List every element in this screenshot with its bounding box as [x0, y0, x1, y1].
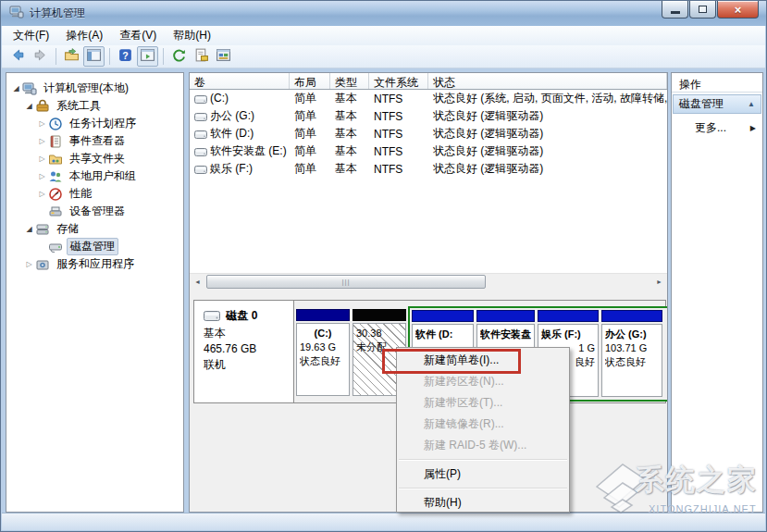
actions-panel: 操作 磁盘管理 ▲ 更多... ▶: [671, 72, 763, 513]
close-button[interactable]: ×: [717, 1, 759, 19]
actions-title: 操作: [672, 73, 762, 93]
volume-row[interactable]: 娱乐 (F:)简单基本NTFS状态良好 (逻辑驱动器): [190, 160, 667, 178]
maximize-icon: [699, 6, 707, 13]
tree-item-磁盘管理[interactable]: 磁盘管理: [6, 238, 183, 255]
volume-row[interactable]: 软件 (D:)简单基本NTFS状态良好 (逻辑驱动器): [190, 125, 667, 142]
volume-list-header: 卷布局类型文件系统状态: [190, 73, 667, 90]
performance-icon: [48, 187, 63, 202]
volume-row[interactable]: 软件安装盘 (E:)简单基本NTFS状态良好 (逻辑驱动器): [190, 142, 667, 160]
menubar-item[interactable]: 查看(V): [111, 25, 165, 46]
volume-layout-cell: 简单: [290, 161, 330, 177]
toolbar-button-help[interactable]: ?: [115, 46, 136, 67]
volume-column-header[interactable]: 状态: [428, 73, 667, 89]
collapsed-arrow-icon[interactable]: ▷: [36, 190, 48, 198]
tree-item-系统工具[interactable]: ◢系统工具: [6, 97, 183, 115]
expanded-arrow-icon[interactable]: ◢: [23, 102, 35, 110]
volume-list: (C:)简单基本NTFS状态良好 (系统, 启动, 页面文件, 活动, 故障转储…: [190, 90, 667, 178]
computer-management-window: 计算机管理 × 文件(F)操作(A)查看(V)帮助(H) ? ◢计算机管理(本地…: [0, 0, 767, 532]
toolbar-button-properties[interactable]: [191, 46, 212, 67]
expanded-arrow-icon[interactable]: ◢: [23, 225, 35, 233]
menu-item-属性(P)[interactable]: 属性(P): [397, 464, 569, 485]
volume-type-cell: 基本: [330, 126, 369, 142]
partition-status: 状态良好: [300, 354, 346, 368]
tree-item-服务和应用程序[interactable]: ▷服务和应用程序: [6, 255, 183, 273]
partition-block-(C:)[interactable]: (C:)19.63 G状态良好: [296, 309, 350, 398]
maximize-button[interactable]: [689, 1, 716, 19]
storage-icon: [35, 222, 50, 237]
local-users-icon: [48, 169, 63, 184]
tree-item-性能[interactable]: ▷性能: [6, 185, 183, 203]
tree-item-计算机管理(本地)[interactable]: ◢计算机管理(本地): [6, 80, 183, 97]
minimize-button[interactable]: [662, 1, 688, 19]
partition-block-body[interactable]: (C:)19.63 G状态良好: [296, 323, 350, 396]
tree-item-事件查看器[interactable]: ▷事件查看器: [6, 132, 183, 150]
tree-item-label: 事件查看器: [67, 133, 128, 149]
menubar-item[interactable]: 帮助(H): [165, 25, 219, 46]
partition-color-bar: [476, 310, 535, 322]
partition-size: 30.38: [356, 327, 402, 340]
volume-fs-cell: NTFS: [369, 110, 428, 123]
collapsed-arrow-icon[interactable]: ▷: [36, 155, 48, 163]
toolbar-button-export-folder[interactable]: [61, 46, 82, 67]
tree-item-共享文件夹[interactable]: ▷共享文件夹: [6, 150, 183, 167]
properties-icon: [193, 47, 209, 66]
partition-block-办公 (G:)[interactable]: 办公 (G:)103.71 G状态良好: [601, 310, 662, 399]
tree-item-任务计划程序[interactable]: ▷任务计划程序: [6, 115, 183, 132]
menubar-item[interactable]: 文件(F): [5, 25, 57, 46]
minimize-icon: [671, 11, 680, 14]
collapsed-arrow-icon[interactable]: ▷: [36, 137, 48, 145]
menu-item-帮助(H)[interactable]: 帮助(H): [397, 492, 569, 513]
partition-label: 办公 (G:): [605, 328, 659, 341]
menubar-item[interactable]: 操作(A): [57, 25, 111, 46]
volume-name-cell: 软件安装盘 (E:): [190, 143, 290, 159]
scroll-left-button[interactable]: ◄: [190, 274, 205, 290]
volume-column-header[interactable]: 卷: [190, 73, 290, 89]
toolbar-button-action-pane[interactable]: [137, 46, 158, 67]
computer-icon: [22, 81, 37, 96]
toolbar-button-disk-actions[interactable]: [213, 46, 234, 67]
services-icon: [35, 257, 50, 272]
toolbar-separator: [56, 48, 56, 65]
window-title: 计算机管理: [30, 6, 85, 21]
volume-row[interactable]: 办公 (G:)简单基本NTFS状态良好 (逻辑驱动器): [190, 107, 667, 125]
volume-column-header[interactable]: 布局: [290, 73, 330, 89]
partition-block-body[interactable]: 办公 (G:)103.71 G状态良好: [601, 324, 662, 397]
title-bar[interactable]: 计算机管理 ×: [1, 1, 766, 26]
expanded-arrow-icon[interactable]: ◢: [10, 84, 22, 93]
collapse-arrow-icon[interactable]: ▲: [748, 100, 755, 108]
collapsed-arrow-icon[interactable]: ▷: [36, 119, 48, 128]
volume-name-cell: 娱乐 (F:): [190, 161, 290, 177]
toolbar-button-refresh[interactable]: [168, 46, 190, 67]
volume-row[interactable]: (C:)简单基本NTFS状态良好 (系统, 启动, 页面文件, 活动, 故障转储…: [190, 90, 667, 107]
volume-type-cell: 基本: [330, 91, 369, 106]
volume-fs-cell: NTFS: [369, 163, 428, 176]
menu-item-新建镜像卷(R)...: 新建镜像卷(R)...: [397, 414, 569, 435]
toolbar-button-back[interactable]: [7, 46, 29, 67]
toolbar-separator: [163, 48, 164, 65]
device-manager-icon: [48, 204, 63, 219]
scroll-right-button[interactable]: ►: [651, 274, 667, 290]
horizontal-scrollbar[interactable]: ◄ ||| ►: [190, 273, 667, 289]
tree-item-存储[interactable]: ◢存储: [6, 220, 183, 238]
scrollbar-thumb[interactable]: |||: [206, 275, 486, 289]
refresh-icon: [171, 47, 187, 66]
tree-item-设备管理器[interactable]: 设备管理器: [6, 203, 183, 220]
collapsed-arrow-icon[interactable]: ▷: [36, 172, 48, 180]
volume-column-header[interactable]: 文件系统: [369, 73, 428, 89]
disk-0-info[interactable]: 磁盘 0 基本 465.76 GB 联机: [194, 301, 294, 402]
toolbar-button-console-tree[interactable]: [83, 46, 105, 67]
toolbar: ?: [2, 45, 765, 68]
tree-item-本地用户和组[interactable]: ▷本地用户和组: [6, 167, 183, 185]
actions-more-item[interactable]: 更多... ▶: [672, 118, 762, 138]
partition-label: 软件安装盘: [480, 328, 531, 341]
actions-more-label: 更多...: [695, 120, 726, 136]
collapsed-arrow-icon[interactable]: ▷: [23, 260, 35, 268]
actions-group-disk-management[interactable]: 磁盘管理 ▲: [673, 94, 761, 114]
tree-item-label: 性能: [67, 186, 94, 202]
toolbar-button-forward[interactable]: [30, 46, 51, 67]
menu-item-新建 RAID-5 卷(W)...: 新建 RAID-5 卷(W)...: [397, 435, 569, 456]
disk-management-icon: [48, 240, 63, 254]
tree-item-label: 共享文件夹: [67, 151, 128, 167]
tree-item-label: 设备管理器: [67, 204, 128, 219]
volume-column-header[interactable]: 类型: [330, 73, 369, 89]
